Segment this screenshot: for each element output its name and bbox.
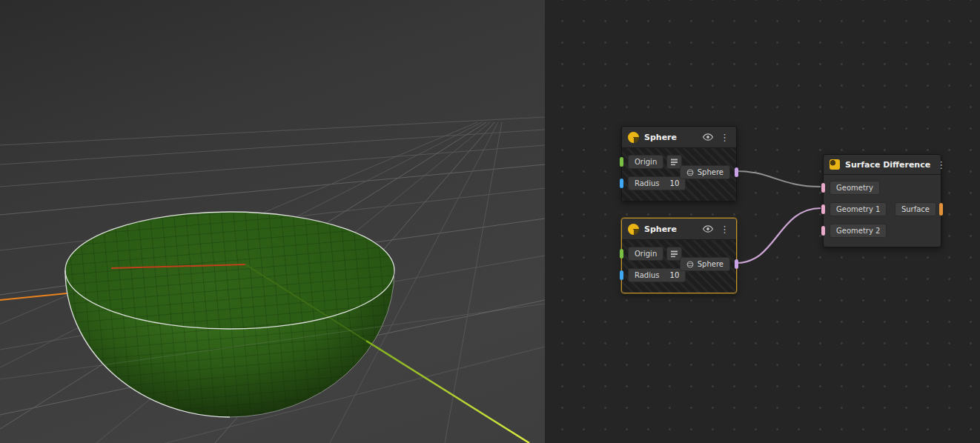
sphere-output-field[interactable]: Sphere (680, 165, 730, 179)
radius-value[interactable]: 10 (670, 179, 680, 187)
geometry-field[interactable]: Geometry (830, 181, 880, 195)
node-menu-icon[interactable]: ⋮ (719, 133, 730, 142)
sphere-node-icon (628, 132, 639, 143)
sphere-output-field[interactable]: Sphere (680, 257, 730, 271)
sphere-output-label: Sphere (698, 260, 724, 268)
geometry2-field[interactable]: Geometry 2 (830, 224, 887, 238)
surface-output-field[interactable]: Surface (895, 202, 936, 216)
radius-field[interactable]: Radius 10 (628, 176, 686, 190)
node-menu-icon[interactable]: ⋮ (719, 224, 730, 234)
radius-value[interactable]: 10 (670, 271, 680, 279)
geometry1-label: Geometry 1 (836, 205, 880, 213)
geometry2-input-port[interactable] (821, 226, 825, 236)
wire-sphere2-to-geometry1[interactable] (737, 208, 821, 263)
sphere-output-icon (686, 169, 694, 176)
node-editor-canvas[interactable]: Sphere ⋮ Origin Radius 10 (545, 0, 980, 443)
origin-picker-icon (670, 250, 678, 258)
sphere-output-port[interactable] (735, 259, 738, 269)
visibility-eye-icon[interactable] (702, 132, 714, 142)
radius-input-port[interactable] (620, 270, 623, 280)
origin-input-port[interactable] (620, 249, 623, 259)
geometry2-label: Geometry 2 (836, 227, 880, 235)
node-surface-difference[interactable]: Surface Difference ⋮ Geometry Geometry 1… (823, 154, 941, 247)
surface-output-port[interactable] (939, 203, 943, 216)
geometry-input-port[interactable] (821, 183, 825, 193)
node-title: Sphere (644, 133, 697, 142)
bowl-mesh-body (0, 212, 545, 417)
surface-difference-node-icon (830, 159, 840, 170)
visibility-eye-icon[interactable] (702, 224, 714, 234)
origin-label: Origin (635, 250, 657, 258)
3d-viewport[interactable] (0, 0, 545, 443)
sphere-output-icon (686, 261, 694, 268)
radius-label: Radius (635, 179, 660, 187)
sphere-node-icon (628, 224, 639, 235)
node-header[interactable]: Sphere ⋮ (622, 219, 736, 240)
geometry1-field[interactable]: Geometry 1 (830, 202, 887, 216)
geometry-label: Geometry (836, 184, 873, 192)
radius-label: Radius (635, 271, 660, 279)
origin-label: Origin (635, 158, 657, 166)
x-axis-line (0, 293, 67, 300)
node-title: Sphere (644, 224, 697, 234)
node-menu-icon[interactable]: ⋮ (936, 160, 947, 170)
radius-input-port[interactable] (620, 179, 623, 188)
node-sphere-2[interactable]: Sphere ⋮ Origin Radius 10 (621, 218, 737, 293)
surface-output-label: Surface (901, 205, 930, 213)
app-window: Sphere ⋮ Origin Radius 10 (0, 0, 980, 443)
origin-input-port[interactable] (620, 157, 623, 167)
radius-field[interactable]: Radius 10 (628, 268, 686, 282)
node-title: Surface Difference (845, 160, 930, 170)
sphere-output-label: Sphere (698, 168, 724, 176)
origin-field[interactable]: Origin (628, 155, 663, 169)
origin-picker-icon (670, 158, 678, 166)
wire-sphere1-to-geometry[interactable] (737, 171, 821, 187)
node-header[interactable]: Sphere ⋮ (622, 127, 736, 148)
node-sphere-1[interactable]: Sphere ⋮ Origin Radius 10 (621, 126, 737, 201)
viewport-scene (0, 0, 545, 443)
origin-field[interactable]: Origin (628, 247, 663, 261)
sphere-output-port[interactable] (735, 167, 738, 177)
node-header[interactable]: Surface Difference ⋮ (824, 155, 941, 175)
geometry1-input-port[interactable] (821, 204, 825, 214)
